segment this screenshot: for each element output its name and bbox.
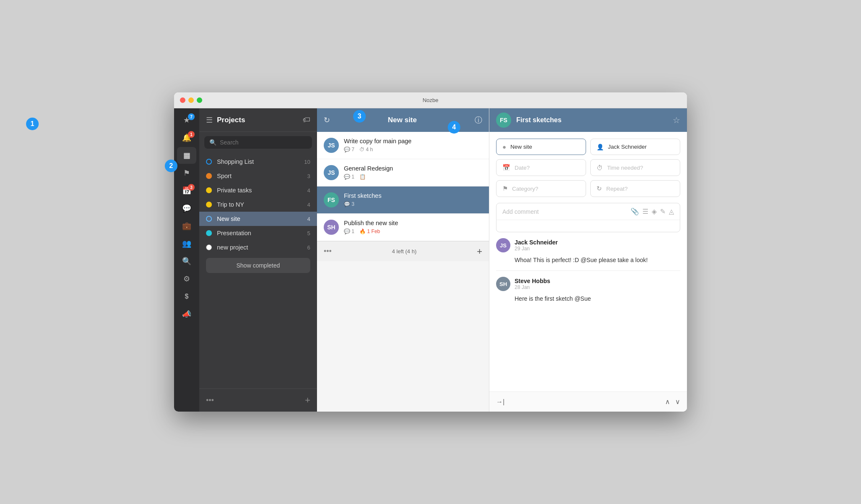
project-item-sport[interactable]: Sport 3 <box>199 169 317 183</box>
detail-date-placeholder: Date? <box>515 165 530 171</box>
fullscreen-button[interactable] <box>197 97 202 103</box>
dropbox-icon[interactable]: ◈ <box>652 207 657 215</box>
project-item-private-tasks[interactable]: Private tasks 4 <box>199 183 317 197</box>
projects-add-button[interactable]: + <box>305 395 310 406</box>
task-item-first-sketches[interactable]: FS First sketches 💬 3 <box>317 186 489 214</box>
search-icon: 🔍 <box>182 257 191 266</box>
team-icon: 👥 <box>182 239 191 248</box>
task-item-publish-site[interactable]: SH Publish the new site 💬 1 🔥 1 Feb <box>317 214 489 241</box>
sidebar-item-settings[interactable]: ⚙ <box>177 270 196 287</box>
comment-date-2: 28 Jan <box>515 284 550 290</box>
dollar-icon: $ <box>185 293 189 300</box>
project-field-icon: ● <box>502 143 506 150</box>
task-comments-2: 💬 1 <box>344 174 354 180</box>
task-content-4: Publish the new site 💬 1 🔥 1 Feb <box>344 220 482 234</box>
project-item-presentation[interactable]: Presentation 5 <box>199 226 317 240</box>
tasks-add-button[interactable]: + <box>477 246 482 257</box>
close-button[interactable] <box>180 97 185 103</box>
task-avatar-2: JS <box>324 165 339 180</box>
comment-author-info-1: Jack Schneider 29 Jan <box>515 239 558 252</box>
tag-icon[interactable]: 🏷 <box>303 116 310 124</box>
task-title-3: First sketches <box>344 192 482 199</box>
sidebar-item-favorites[interactable]: ★ 7 <box>177 112 196 129</box>
sidebar-item-team[interactable]: 👥 <box>177 235 196 252</box>
comment-header-2: SH Steve Hobbs 28 Jan <box>496 277 680 291</box>
traffic-lights <box>180 97 202 103</box>
icon-sidebar-top: ★ 7 🔔 1 ▦ ⚑ 📅 3 💬 <box>177 112 196 412</box>
project-dot-private <box>206 187 212 193</box>
detail-field-project[interactable]: ● New site <box>496 139 586 155</box>
detail-panel: FS First sketches ☆ ● New site 👤 Jack Sc… <box>489 108 687 412</box>
clock-icon: ⏱ <box>597 164 603 171</box>
search-box[interactable]: 🔍 <box>204 136 312 149</box>
tasks-header: ↻ New site ⓘ <box>317 108 489 132</box>
projects-search-input[interactable] <box>220 139 307 146</box>
detail-field-date[interactable]: 📅 Date? <box>496 159 586 176</box>
task-title-1: Write copy for main page <box>344 138 482 144</box>
detail-star-button[interactable]: ☆ <box>673 115 680 125</box>
show-completed-button[interactable]: Show completed <box>206 258 310 273</box>
refresh-icon[interactable]: ↻ <box>324 116 330 125</box>
detail-repeat-placeholder: Repeat? <box>606 186 628 192</box>
detail-fields: ● New site 👤 Jack Schneider 📅 Date? <box>496 139 680 197</box>
project-count-presentation: 5 <box>307 230 310 236</box>
detail-body: ● New site 👤 Jack Schneider 📅 Date? <box>489 132 687 391</box>
detail-field-time[interactable]: ⏱ Time needed? <box>590 159 680 176</box>
flag-icon: ⚑ <box>183 168 190 178</box>
info-icon[interactable]: ⓘ <box>475 115 482 125</box>
project-item-new-project[interactable]: new project 6 <box>199 240 317 255</box>
projects-list-icon: ☰ <box>206 116 213 125</box>
comment-author-1: Jack Schneider <box>515 239 558 246</box>
sidebar-item-notifications[interactable]: 🔔 1 <box>177 129 196 146</box>
sidebar-item-announcements[interactable]: 📣 <box>177 306 196 323</box>
task-title-2: General Redesign <box>344 165 482 172</box>
detail-expand-button[interactable]: →| <box>496 398 504 406</box>
checklist-icon[interactable]: ☰ <box>642 207 648 215</box>
sidebar-item-flags[interactable]: ⚑ <box>177 165 196 181</box>
task-time-1: ⏱ 4 h <box>359 147 373 152</box>
sidebar-item-billing[interactable]: $ <box>177 288 196 305</box>
icon-sidebar: ★ 7 🔔 1 ▦ ⚑ 📅 3 💬 <box>174 108 199 412</box>
minimize-button[interactable] <box>188 97 194 103</box>
task-avatar-1: JS <box>324 138 339 153</box>
comment-placeholder-text[interactable]: Add comment <box>502 208 626 215</box>
detail-field-repeat[interactable]: ↻ Repeat? <box>590 180 680 197</box>
comment-tools: 📎 ☰ ◈ ✎ ◬ <box>631 207 674 215</box>
tasks-status-label: 4 left (4 h) <box>392 248 417 255</box>
gdrive-icon[interactable]: ◬ <box>669 207 674 215</box>
projects-header-left: ☰ Projects <box>206 116 245 125</box>
project-list: Shopping List 10 Sport 3 Private tasks 4… <box>199 153 317 388</box>
task-meta-2: 💬 1 📋 <box>344 174 482 180</box>
task-due-date-4: 🔥 1 Feb <box>359 228 380 234</box>
calendar-badge: 3 <box>188 184 195 191</box>
task-item-general-redesign[interactable]: JS General Redesign 💬 1 📋 <box>317 159 489 186</box>
sidebar-item-chat[interactable]: 💬 <box>177 200 196 217</box>
comment-input-area: Add comment 📎 ☰ ◈ ✎ ◬ <box>496 203 680 232</box>
project-item-shopping-list[interactable]: Shopping List 10 <box>199 155 317 169</box>
comment-input-row: Add comment 📎 ☰ ◈ ✎ ◬ <box>497 203 680 220</box>
project-dot-sport <box>206 173 212 179</box>
projects-footer: ••• + <box>199 388 317 412</box>
comment-text-1: Whoa! This is perfect! :D @Sue please ta… <box>496 256 680 265</box>
project-item-new-site[interactable]: New site 4 <box>199 212 317 226</box>
sidebar-item-calendar[interactable]: 📅 3 <box>177 182 196 199</box>
detail-field-category[interactable]: ⚑ Category? <box>496 180 586 197</box>
sidebar-item-search[interactable]: 🔍 <box>177 253 196 270</box>
tasks-more-button[interactable]: ••• <box>324 247 332 256</box>
sidebar-item-briefcase[interactable]: 💼 <box>177 218 196 234</box>
detail-category-placeholder: Category? <box>512 186 538 192</box>
evernote-icon[interactable]: ✎ <box>660 207 666 215</box>
detail-prev-button[interactable]: ∧ <box>665 398 670 406</box>
detail-field-assignee[interactable]: 👤 Jack Schneider <box>590 139 680 155</box>
comment-item-2: SH Steve Hobbs 28 Jan Here is the first … <box>496 277 680 303</box>
detail-next-button[interactable]: ∨ <box>675 398 680 406</box>
briefcase-icon: 💼 <box>182 221 191 231</box>
project-item-trip-to-ny[interactable]: Trip to NY 4 <box>199 197 317 212</box>
attachment-icon[interactable]: 📎 <box>631 207 639 215</box>
sidebar-item-projects[interactable]: ▦ <box>177 147 196 164</box>
task-item-write-copy[interactable]: JS Write copy for main page 💬 7 ⏱ 4 h <box>317 132 489 159</box>
project-dot-shopping-list <box>206 159 212 165</box>
projects-more-button[interactable]: ••• <box>206 396 214 405</box>
tutorial-badge-3: 3 <box>353 110 366 123</box>
notifications-badge: 1 <box>188 131 195 138</box>
